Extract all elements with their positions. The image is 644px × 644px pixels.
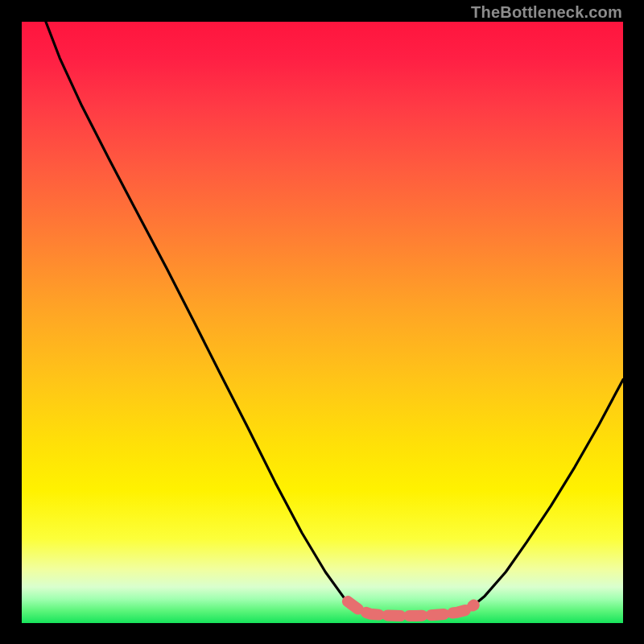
chart-stage: TheBottleneck.com [0, 0, 644, 644]
highlight-segment-path [348, 601, 474, 616]
curves-svg [22, 22, 623, 623]
right-curve-path [467, 380, 623, 612]
plot-area [22, 22, 623, 623]
left-curve-path [46, 22, 365, 613]
watermark-label: TheBottleneck.com [471, 3, 622, 22]
curve-group [46, 22, 623, 616]
